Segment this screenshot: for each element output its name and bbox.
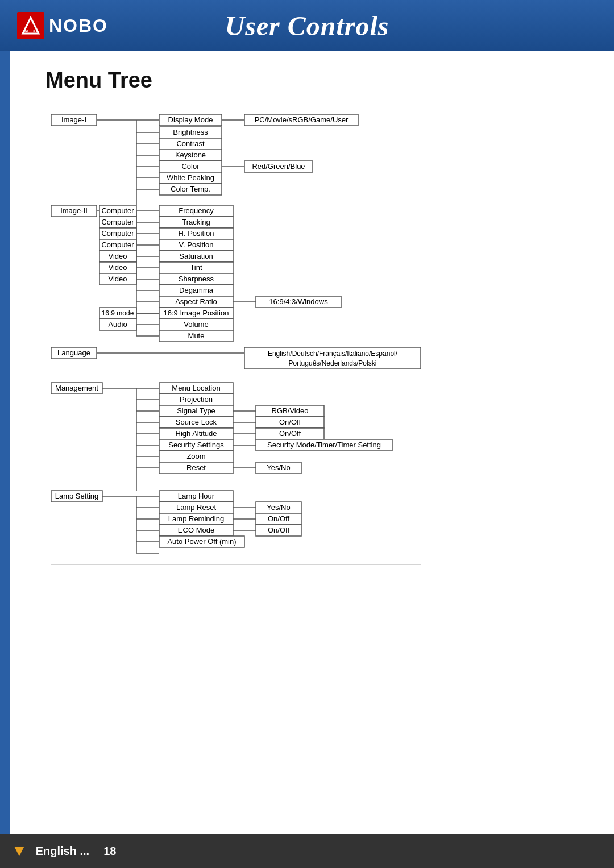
volume-label: Volume <box>184 320 208 329</box>
source-lock-values: On/Off <box>279 418 301 426</box>
signal-type-label: Signal Type <box>177 406 215 415</box>
aspect-ratio-values: 16:9/4:3/Windows <box>269 297 328 306</box>
color-values: Red/Green/Blue <box>252 162 305 171</box>
language-values-line2: Português/Nederlands/Polski <box>289 359 377 367</box>
eco-mode-values: On/Off <box>268 526 289 534</box>
footer: ▼ English ... 18 <box>0 834 614 868</box>
source-lock-label: Source Lock <box>176 418 217 426</box>
language-values-line1: English/Deutsch/Français/Italiano/Españo… <box>268 350 398 358</box>
brightness-label: Brightness <box>173 128 208 136</box>
16-9-image-position-label: 16:9 Image Position <box>164 309 229 317</box>
v-position-label: V. Position <box>179 240 214 249</box>
video-3: Video <box>108 275 127 283</box>
zoom-label: Zoom <box>186 452 205 460</box>
saturation-label: Saturation <box>179 252 213 260</box>
computer-1: Computer <box>101 206 134 215</box>
aspect-ratio-label: Aspect Ratio <box>175 297 217 306</box>
high-altitude-values: On/Off <box>279 429 301 438</box>
16-9-mode: 16:9 mode <box>102 309 134 317</box>
footer-page-number: 18 <box>103 845 116 858</box>
eco-mode-label: ECO Mode <box>178 526 214 534</box>
white-peaking-label: White Peaking <box>167 173 214 182</box>
cat-image-i: Image-I <box>61 115 86 124</box>
logo-icon: ACCO <box>20 15 41 36</box>
signal-type-values: RGB/Video <box>272 406 309 415</box>
lamp-reset-values: Yes/No <box>267 503 290 512</box>
color-label: Color <box>181 162 200 171</box>
logo-area: ACCO NOBO <box>17 12 108 39</box>
cat-language: Language <box>57 348 90 357</box>
tint-label: Tint <box>190 263 202 272</box>
tracking-label: Tracking <box>182 218 210 226</box>
header-title: User Controls <box>225 10 389 41</box>
computer-4: Computer <box>101 240 134 249</box>
cat-lamp-setting: Lamp Setting <box>55 492 99 500</box>
lamp-reminding-label: Lamp Reminding <box>168 514 224 523</box>
reset-label: Reset <box>186 463 206 472</box>
footer-arrow: ▼ <box>11 842 27 860</box>
keystone-label: Keystone <box>175 151 206 159</box>
menu-location-label: Menu Location <box>172 384 220 392</box>
lamp-reset-label: Lamp Reset <box>176 503 216 512</box>
display-mode-label: Display Mode <box>168 115 213 124</box>
side-stripe <box>0 51 10 836</box>
reset-values: Yes/No <box>267 463 290 472</box>
high-altitude-label: High Altitude <box>176 429 217 438</box>
svg-text:ACCO: ACCO <box>24 28 37 34</box>
logo-text: NOBO <box>49 15 108 36</box>
projection-label: Projection <box>180 395 213 404</box>
display-mode-values: PC/Movie/sRGB/Game/User <box>255 115 349 124</box>
computer-2: Computer <box>101 218 134 226</box>
computer-3: Computer <box>101 229 134 238</box>
color-temp-label: Color Temp. <box>171 185 210 193</box>
video-1: Video <box>108 252 127 260</box>
security-settings-label: Security Settings <box>168 441 224 449</box>
lamp-reminding-values: On/Off <box>268 514 289 523</box>
menu-tree-diagram: Image-I Display Mode PC/Movie/sRGB/Game/… <box>45 110 586 604</box>
contrast-label: Contrast <box>176 139 205 148</box>
degamma-label: Degamma <box>179 286 214 294</box>
content-area: Menu Tree Image-I Display Mode <box>0 51 614 638</box>
frequency-label: Frequency <box>179 206 214 215</box>
cat-management: Management <box>55 384 98 392</box>
cat-image-ii: Image-II <box>60 206 88 215</box>
logo-box: ACCO <box>17 12 44 39</box>
section-title: Menu Tree <box>45 68 580 93</box>
security-settings-values: Security Mode/Timer/Timer Setting <box>267 441 381 449</box>
header: ACCO NOBO User Controls <box>0 0 614 51</box>
h-position-label: H. Position <box>179 229 214 238</box>
sharpness-label: Sharpness <box>179 275 214 283</box>
auto-power-off-label: Auto Power Off (min) <box>167 537 236 546</box>
lamp-hour-label: Lamp Hour <box>178 492 215 500</box>
footer-language: English ... <box>36 845 89 858</box>
cat-audio: Audio <box>108 320 127 329</box>
video-2: Video <box>108 263 127 272</box>
mute-label: Mute <box>188 331 205 340</box>
